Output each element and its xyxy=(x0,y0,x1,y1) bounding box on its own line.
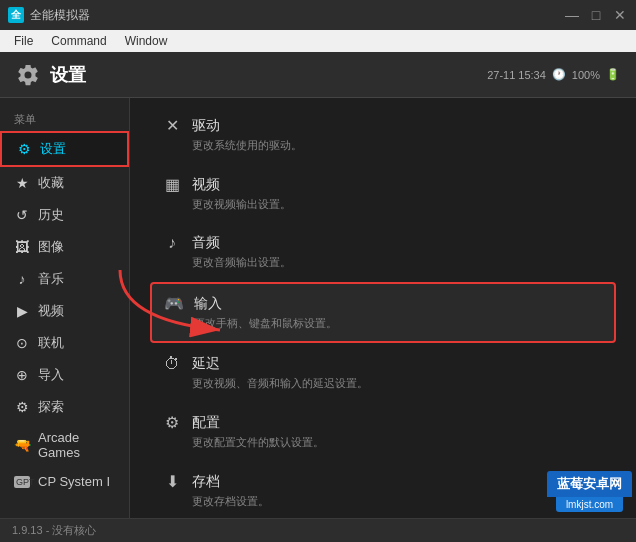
datetime-text: 27-11 15:34 xyxy=(487,69,546,81)
sidebar-item-music[interactable]: ♪ 音乐 xyxy=(0,263,129,295)
video-desc: 更改视频输出设置。 xyxy=(192,197,604,212)
content-item-driver-header: ✕ 驱动 xyxy=(162,116,604,135)
menu-bar: File Command Window xyxy=(0,30,636,52)
sidebar-label-settings: 设置 xyxy=(40,140,66,158)
sidebar-label-arcade: Arcade Games xyxy=(38,430,115,460)
window-controls: — □ ✕ xyxy=(564,7,628,23)
sidebar: 菜单 ⚙ 设置 ★ 收藏 ↺ 历史 🖼 图像 ♪ 音乐 ▶ 视频 ⊙ 联机 xyxy=(0,98,130,518)
config-desc: 更改配置文件的默认设置。 xyxy=(192,435,604,450)
menu-window[interactable]: Window xyxy=(117,32,176,50)
version-text: 1.9.13 - 没有核心 xyxy=(12,523,96,538)
history-icon: ↺ xyxy=(14,207,30,223)
sidebar-item-settings[interactable]: ⚙ 设置 xyxy=(0,131,129,167)
content-area: ✕ 驱动 更改系统使用的驱动。 ▦ 视频 更改视频输出设置。 ♪ 音频 更改音频… xyxy=(130,98,636,518)
video-content-icon: ▦ xyxy=(162,175,182,194)
delay-desc: 更改视频、音频和输入的延迟设置。 xyxy=(192,376,604,391)
close-button[interactable]: ✕ xyxy=(612,7,628,23)
input-desc: 更改手柄、键盘和鼠标设置。 xyxy=(194,316,602,331)
content-item-input[interactable]: 🎮 输入 更改手柄、键盘和鼠标设置。 xyxy=(150,282,616,343)
sidebar-item-history[interactable]: ↺ 历史 xyxy=(0,199,129,231)
battery-text: 100% xyxy=(572,69,600,81)
sidebar-item-favorites[interactable]: ★ 收藏 xyxy=(0,167,129,199)
watermark-title: 蓝莓安卓网 xyxy=(547,471,632,497)
delay-title: 延迟 xyxy=(192,355,220,373)
sidebar-label-import: 导入 xyxy=(38,366,64,384)
sidebar-label-favorites: 收藏 xyxy=(38,174,64,192)
sidebar-label-explore: 探索 xyxy=(38,398,64,416)
sidebar-label-cpsystem: CP System I xyxy=(38,474,110,489)
content-item-audio[interactable]: ♪ 音频 更改音频输出设置。 xyxy=(150,224,616,280)
sidebar-label-network: 联机 xyxy=(38,334,64,352)
status-bar: 1.9.13 - 没有核心 xyxy=(0,518,636,542)
settings-header-icon xyxy=(16,63,40,87)
audio-title: 音频 xyxy=(192,234,220,252)
delay-icon: ⏱ xyxy=(162,355,182,373)
sidebar-section-label: 菜单 xyxy=(0,106,129,131)
settings-icon: ⚙ xyxy=(16,141,32,157)
header-bar: 设置 27-11 15:34 🕐 100% 🔋 xyxy=(0,52,636,98)
sidebar-item-video[interactable]: ▶ 视频 xyxy=(0,295,129,327)
driver-icon: ✕ xyxy=(162,116,182,135)
sidebar-item-network[interactable]: ⊙ 联机 xyxy=(0,327,129,359)
video-title: 视频 xyxy=(192,176,220,194)
sidebar-item-explore[interactable]: ⚙ 探索 xyxy=(0,391,129,423)
explore-icon: ⚙ xyxy=(14,399,30,415)
content-item-input-header: 🎮 输入 xyxy=(164,294,602,313)
config-title: 配置 xyxy=(192,414,220,432)
archive-desc: 更改存档设置。 xyxy=(192,494,604,509)
page-title: 设置 xyxy=(50,63,487,87)
menu-command[interactable]: Command xyxy=(43,32,114,50)
watermark-url: lmkjst.com xyxy=(556,497,623,512)
music-icon: ♪ xyxy=(14,271,30,287)
image-icon: 🖼 xyxy=(14,239,30,255)
watermark: 蓝莓安卓网 lmkjst.com xyxy=(547,471,632,512)
sidebar-item-image[interactable]: 🖼 图像 xyxy=(0,231,129,263)
sidebar-item-import[interactable]: ⊕ 导入 xyxy=(0,359,129,391)
sidebar-item-arcade[interactable]: 🔫 Arcade Games xyxy=(0,423,129,467)
content-item-config[interactable]: ⚙ 配置 更改配置文件的默认设置。 xyxy=(150,403,616,460)
app-icon: 全 xyxy=(8,7,24,23)
minimize-button[interactable]: — xyxy=(564,7,580,23)
app-title: 全能模拟器 xyxy=(30,7,564,24)
content-item-video[interactable]: ▦ 视频 更改视频输出设置。 xyxy=(150,165,616,222)
archive-title: 存档 xyxy=(192,473,220,491)
sidebar-label-history: 历史 xyxy=(38,206,64,224)
clock-icon: 🕐 xyxy=(552,68,566,81)
content-item-delay-header: ⏱ 延迟 xyxy=(162,355,604,373)
sidebar-item-cpsystem[interactable]: GPT CP System I xyxy=(0,467,129,496)
content-item-delay[interactable]: ⏱ 延迟 更改视频、音频和输入的延迟设置。 xyxy=(150,345,616,401)
audio-icon: ♪ xyxy=(162,234,182,252)
menu-file[interactable]: File xyxy=(6,32,41,50)
title-bar: 全 全能模拟器 — □ ✕ xyxy=(0,0,636,30)
battery-icon: 🔋 xyxy=(606,68,620,81)
content-item-archive-header: ⬇ 存档 xyxy=(162,472,604,491)
sidebar-label-image: 图像 xyxy=(38,238,64,256)
driver-title: 驱动 xyxy=(192,117,220,135)
content-item-driver[interactable]: ✕ 驱动 更改系统使用的驱动。 xyxy=(150,106,616,163)
arcade-icon: 🔫 xyxy=(14,437,30,453)
content-item-video-header: ▦ 视频 xyxy=(162,175,604,194)
config-icon: ⚙ xyxy=(162,413,182,432)
content-item-audio-header: ♪ 音频 xyxy=(162,234,604,252)
content-item-config-header: ⚙ 配置 xyxy=(162,413,604,432)
video-icon: ▶ xyxy=(14,303,30,319)
maximize-button[interactable]: □ xyxy=(588,7,604,23)
gpt-icon: GPT xyxy=(14,476,30,488)
star-icon: ★ xyxy=(14,175,30,191)
input-title: 输入 xyxy=(194,295,222,313)
audio-desc: 更改音频输出设置。 xyxy=(192,255,604,270)
archive-icon: ⬇ xyxy=(162,472,182,491)
network-icon: ⊙ xyxy=(14,335,30,351)
sidebar-label-music: 音乐 xyxy=(38,270,64,288)
header-info: 27-11 15:34 🕐 100% 🔋 xyxy=(487,68,620,81)
driver-desc: 更改系统使用的驱动。 xyxy=(192,138,604,153)
import-icon: ⊕ xyxy=(14,367,30,383)
sidebar-label-video: 视频 xyxy=(38,302,64,320)
input-icon: 🎮 xyxy=(164,294,184,313)
main-layout: 菜单 ⚙ 设置 ★ 收藏 ↺ 历史 🖼 图像 ♪ 音乐 ▶ 视频 ⊙ 联机 xyxy=(0,98,636,518)
